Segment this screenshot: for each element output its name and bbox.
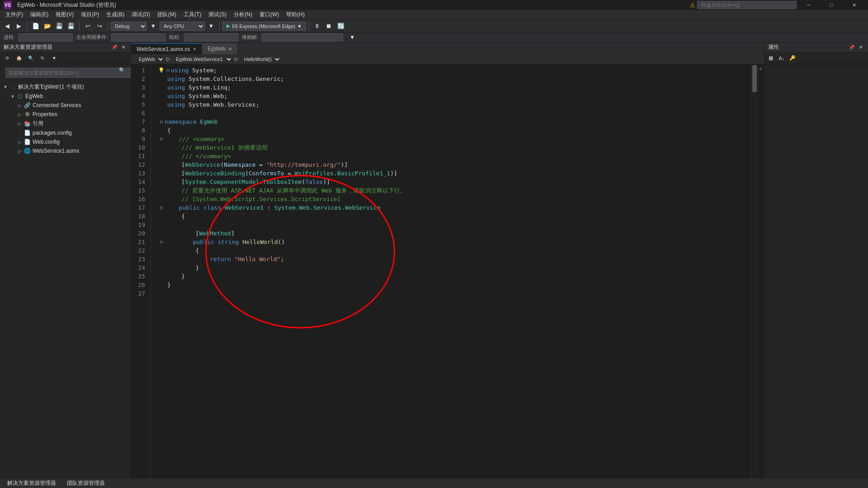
menu-edit[interactable]: 编辑(E) <box>27 10 52 20</box>
menu-team[interactable]: 团队(M) <box>154 10 180 20</box>
tab-webservice[interactable]: WebService1.asmx.cs ✕ <box>131 43 202 54</box>
ws-expand-icon: ▷ <box>16 149 24 154</box>
tab-egweb-close[interactable]: ✕ <box>228 47 232 52</box>
menu-debug[interactable]: 调试(D) <box>128 10 154 20</box>
code-editor[interactable]: 💡 ⊟ using System; using System.Collectio… <box>151 64 751 478</box>
event-input[interactable] <box>111 33 165 42</box>
debug-dropdown-btn[interactable]: ▼ <box>148 21 159 32</box>
tree-references[interactable]: ▷ 📚 引用 <box>0 119 131 128</box>
vs-logo: VS <box>4 1 12 9</box>
properties-pin-btn[interactable]: 📌 <box>848 44 855 51</box>
code-line-1: 💡 ⊟ using System; <box>158 66 751 75</box>
code-line-18: { <box>158 212 751 221</box>
references-icon: 📚 <box>24 120 31 127</box>
webconfig-icon: 📄 <box>24 138 31 145</box>
packages-icon: 📄 <box>24 129 31 136</box>
restart-button[interactable]: 🔄 <box>335 21 346 32</box>
code-line-8: { <box>158 126 751 135</box>
menu-project[interactable]: 项目(P) <box>77 10 103 20</box>
menu-test[interactable]: 测试(S) <box>205 10 230 20</box>
event-label: 生命周期事件: <box>76 34 108 41</box>
props-key-btn[interactable]: 🔑 <box>788 54 797 63</box>
process-input[interactable] <box>19 33 73 42</box>
breadcrumb-class-select[interactable]: EgWeb.WebService1 <box>172 55 233 64</box>
se-home-btn[interactable]: 🏠 <box>14 53 24 64</box>
solution-explorer-title: 解决方案资源管理器 <box>4 43 52 51</box>
webservice-icon: 🌐 <box>24 147 31 155</box>
code-line-19 <box>158 221 751 229</box>
search-solution-input[interactable] <box>5 68 131 78</box>
save-button[interactable]: 💾 <box>54 21 65 32</box>
save-all-button[interactable]: 💾 <box>66 21 76 32</box>
code-line-14: [System.ComponentModel.ToolboxItem(false… <box>158 178 751 186</box>
tree-webconfig[interactable]: ▷ 📄 Web.config <box>0 137 131 146</box>
menu-help[interactable]: 帮助(H) <box>283 10 308 20</box>
code-line-23: return "Hello World"; <box>158 255 751 263</box>
menu-analyze[interactable]: 分析(N) <box>230 10 256 20</box>
menu-build[interactable]: 生成(B) <box>103 10 128 20</box>
breadcrumb-method-select[interactable]: HelloWorld() <box>240 55 281 64</box>
debug-mode-select[interactable]: Debug <box>111 22 147 31</box>
tree-packages[interactable]: 📄 packages.config <box>0 128 131 137</box>
add-line-btn[interactable]: + <box>757 66 764 72</box>
breadcrumb-project-select[interactable]: EgWeb <box>135 55 165 64</box>
tree-webservice[interactable]: ▷ 🌐 WebService1.asmx <box>0 146 131 155</box>
forward-button[interactable]: ▶ <box>14 21 24 32</box>
menu-file[interactable]: 文件(F) <box>2 10 27 20</box>
code-line-17: ⊟ public class WebService1 : System.Web.… <box>158 203 751 212</box>
undo-button[interactable]: ↩ <box>82 21 93 32</box>
se-sync-btn[interactable]: ⟳ <box>2 53 13 64</box>
se-filter-btn[interactable]: 🔍 <box>25 53 36 64</box>
close-button[interactable]: ✕ <box>844 0 864 10</box>
tab-egweb[interactable]: EgWeb ✕ <box>202 43 237 54</box>
back-button[interactable]: ◀ <box>2 21 13 32</box>
se-refresh-btn[interactable]: ↻ <box>37 53 48 64</box>
menu-window[interactable]: 窗口(W) <box>256 10 283 20</box>
maximize-button[interactable]: □ <box>821 0 842 10</box>
menu-view[interactable]: 视图(V) <box>52 10 77 20</box>
solution-icon: ⬡ <box>9 84 16 91</box>
se-pin-button[interactable]: 📌 <box>111 44 118 51</box>
tree-project[interactable]: ▼ ⬡ EgWeb <box>0 92 131 101</box>
thread-input[interactable] <box>184 33 238 42</box>
tree-properties[interactable]: ▷ ⚙ Properties <box>0 110 131 119</box>
code-line-5: using System.Web.Services; <box>158 100 751 109</box>
tab-egweb-label: EgWeb <box>208 46 225 52</box>
tab-webservice-close[interactable]: ✕ <box>193 47 196 52</box>
quick-launch-input[interactable] <box>697 1 797 9</box>
toolbar-separator-2 <box>79 22 80 31</box>
new-project-button[interactable]: 📄 <box>30 21 41 32</box>
bottom-tab-team-explorer[interactable]: 团队资源管理器 <box>63 479 108 488</box>
toolbar-separator-5 <box>309 22 309 31</box>
minimize-button[interactable]: ─ <box>798 0 819 10</box>
scrollbar-thumb[interactable] <box>752 65 757 92</box>
editor-scrollbar[interactable] <box>751 64 757 478</box>
menu-tools[interactable]: 工具(T) <box>180 10 205 20</box>
properties-label: Properties <box>33 111 57 117</box>
stack-expand-btn[interactable]: ▼ <box>347 32 358 43</box>
cpu-mode-select[interactable]: Any CPU <box>160 22 205 31</box>
tree-solution[interactable]: ▼ ⬡ 解决方案'EgWeb'(1 个项目) <box>0 82 131 92</box>
code-line-6 <box>158 109 751 117</box>
line-numbers: 12345 678910 1112131415 1617181920 21222… <box>131 64 151 478</box>
bottom-tab-solution-explorer[interactable]: 解决方案资源管理器 <box>4 479 60 488</box>
packages-label: packages.config <box>33 130 72 136</box>
run-button[interactable]: ▶ IIS Express (Microsoft Edge) ▼ <box>222 22 306 31</box>
code-line-9: ⊟ /// <summary> <box>158 135 751 143</box>
stop-button[interactable]: ⏹ <box>324 21 335 32</box>
connected-services-icon: 🔗 <box>24 102 31 109</box>
props-grid-btn[interactable]: ▦ <box>766 54 775 63</box>
properties-close-btn[interactable]: ✕ <box>857 44 864 51</box>
open-button[interactable]: 📂 <box>42 21 53 32</box>
stack-input[interactable] <box>262 33 343 42</box>
se-close-button[interactable]: ✕ <box>120 44 127 51</box>
redo-button[interactable]: ↪ <box>94 21 105 32</box>
se-collapse-btn[interactable]: ▼ <box>49 53 60 64</box>
tree-connected-services[interactable]: ▷ 🔗 Connected Services <box>0 101 131 110</box>
properties-icon: ⚙ <box>24 111 31 118</box>
pause-button[interactable]: ⏸ <box>312 21 323 32</box>
cpu-dropdown-btn[interactable]: ▼ <box>206 21 217 32</box>
title-bar: VS EgWeb - Microsoft Visual Studio (管理员)… <box>0 0 868 10</box>
props-alpha-btn[interactable]: A↓ <box>777 54 786 63</box>
code-line-21: ⊟ public string HelloWorld() <box>158 238 751 246</box>
